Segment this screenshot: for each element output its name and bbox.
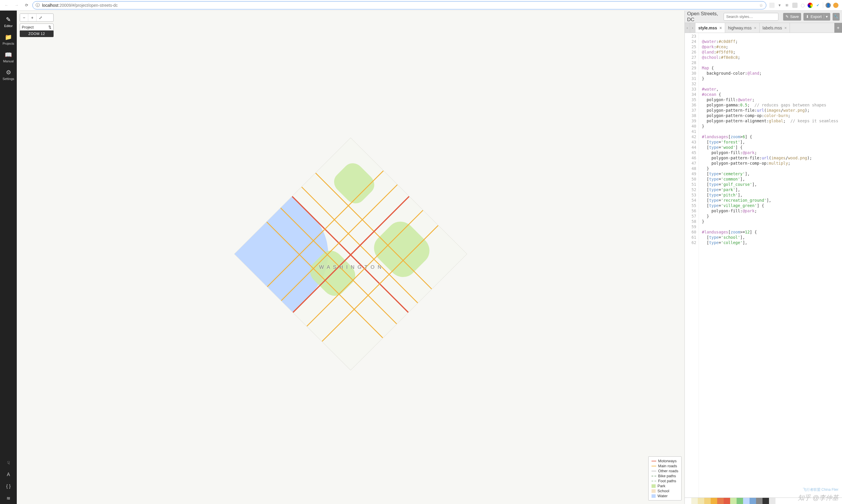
sidebar-item-manual[interactable]: 📖Manual [3,48,14,66]
close-icon[interactable]: × [720,25,722,30]
url-port: :20009 [58,3,71,8]
ext-icon-3[interactable]: ⛨ [785,3,790,8]
forward-button[interactable]: → [12,1,21,10]
palette-swatch[interactable] [685,498,691,504]
legend-label: Water [657,494,667,498]
palette-swatch[interactable] [724,498,730,504]
tab-labels-mss[interactable]: labels.mss× [759,23,790,33]
sidebar-item-label: Editor [4,24,13,28]
code-line: polygon-pattern-comp-op:color-burn; [702,113,838,118]
ext-icon-4[interactable] [792,3,797,8]
palette-swatch[interactable] [762,498,769,504]
code-line: [type='pitch'], [702,192,838,198]
projection-select-label: Project [22,25,34,30]
code-line: [type='school'], [702,235,838,240]
map-pane[interactable]: − + ⤢ Project ⇅ ZOOM 12 [17,11,685,504]
palette-swatch[interactable] [769,498,775,504]
close-icon[interactable]: × [754,25,756,30]
legend-row: Park [652,483,678,488]
back-button[interactable]: ← [2,1,11,10]
code-content[interactable]: @water:#c0d8ff;@park:#cea;@land:#f5fdf0;… [699,33,838,498]
tab-style-mss[interactable]: style.mss× [695,23,725,33]
palette-swatch[interactable] [698,498,704,504]
ext-icon-2[interactable]: ▼ [777,3,782,8]
legend-swatch [652,461,656,461]
zoom-in-button[interactable]: + [28,14,36,21]
zoom-level-label: ZOOM 12 [20,31,54,37]
settings-wrench-button[interactable]: 🔧 [832,13,840,21]
tab-label: labels.mss [762,25,782,30]
code-line: } [702,219,838,224]
zoom-extent-button[interactable]: ⤢ [36,14,45,21]
tool-layers[interactable]: ≋ [0,492,17,504]
code-line: polygon-fill:@water; [702,97,838,102]
tab-label: style.mss [698,25,717,30]
code-line [702,81,838,87]
tool-brackets[interactable]: { } [0,481,17,492]
editor-pane: Open Streets, DC ✎ Save ⬇ Export ▾ 🔧 ‹ ›… [685,11,842,504]
tab-scroll-right[interactable]: › [690,23,695,33]
map-legend: MotorwaysMain roadsOther roadsBike paths… [648,456,682,501]
code-line [702,224,838,229]
code-line: #ocean { [702,92,838,97]
tool-pointer[interactable]: ☟ [0,457,17,469]
palette-swatch[interactable] [711,498,717,504]
code-editor[interactable]: 2324252627282930313233343536373839404142… [685,33,842,498]
code-line: [type='wood'] { [702,145,838,150]
legend-label: Park [657,484,665,488]
code-line: @park:#cea; [702,44,838,49]
sidebar-item-label: Manual [3,59,14,63]
legend-row: Other roads [652,468,678,473]
tab-scroll-left[interactable]: ‹ [685,23,690,33]
code-line: background-color:@land; [702,71,838,76]
zoom-out-button[interactable]: − [20,14,28,21]
manual-icon: 📖 [5,51,12,58]
ext-icon-7[interactable]: ✔ [815,3,821,8]
color-palette [685,498,842,504]
close-icon[interactable]: × [784,25,787,30]
legend-swatch [652,489,656,493]
tab-highway-mss[interactable]: highway.mss× [725,23,759,33]
url-bar[interactable]: ⓘ localhost:20009/#/project/open-streets… [32,1,766,10]
palette-swatch[interactable] [743,498,750,504]
palette-swatch[interactable] [730,498,737,504]
tool-text[interactable]: A [0,469,17,481]
search-styles-input[interactable] [724,13,778,21]
code-line: polygon-fill:@park; [702,150,838,155]
legend-row: Water [652,493,678,499]
palette-swatch[interactable] [737,498,743,504]
code-line: @land:#f5fdf0; [702,49,838,55]
ext-icon-8[interactable] [833,3,839,8]
code-line: [type='common'], [702,176,838,182]
ext-icon-1[interactable] [769,3,775,8]
legend-swatch [652,476,656,476]
save-button-label: Save [790,14,799,19]
sidebar-item-editor[interactable]: ✎Editor [3,13,14,31]
info-icon: ⓘ [36,3,40,8]
add-tab-button[interactable]: + [834,23,842,33]
ext-icon-6[interactable] [808,3,813,8]
code-line: @water:#c0d8ff; [702,39,838,44]
sidebar-item-label: Projects [3,42,14,45]
save-button[interactable]: ✎ Save [783,13,801,21]
projection-select[interactable]: Project ⇅ [20,23,54,31]
sidebar-item-projects[interactable]: 📁Projects [3,31,14,48]
bookmark-star-icon[interactable]: ☆ [759,3,763,8]
map-canvas[interactable]: W A S H I N G T O N [17,11,685,504]
palette-swatch[interactable] [756,498,762,504]
palette-swatch[interactable] [691,498,698,504]
left-sidebar: ✎Editor📁Projects📖Manual⚙Settings ☟ A { }… [0,11,17,504]
palette-swatch[interactable] [750,498,756,504]
legend-label: Main roads [658,464,677,468]
palette-swatch[interactable] [717,498,724,504]
code-line [702,34,838,39]
reload-button[interactable]: ⟳ [22,1,31,10]
code-line: [type='park'], [702,187,838,192]
sidebar-item-label: Settings [3,77,14,80]
profile-icon[interactable]: 👤 [825,3,831,8]
ext-icon-5[interactable]: ◯ [800,3,805,8]
export-button[interactable]: ⬇ Export ▾ [804,13,830,21]
code-line: #landusages[zoom>6] { [702,134,838,139]
sidebar-item-settings[interactable]: ⚙Settings [3,66,14,84]
palette-swatch[interactable] [704,498,711,504]
